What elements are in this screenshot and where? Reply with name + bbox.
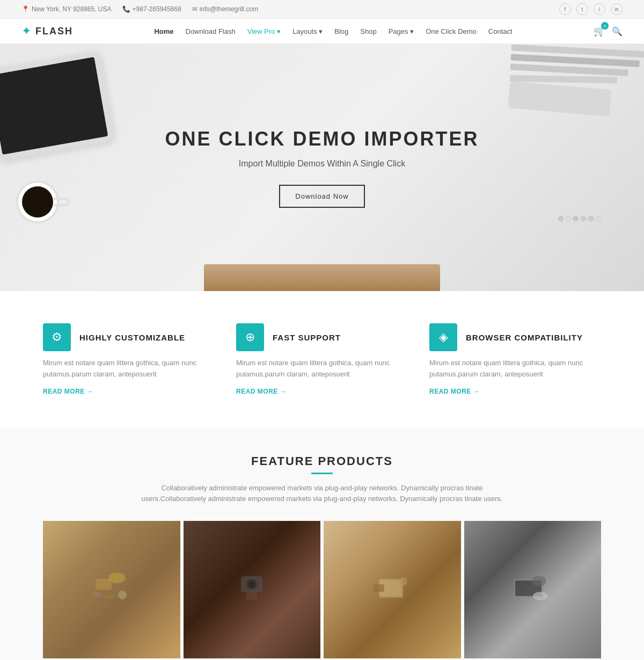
nav-demo-link[interactable]: One Click Demo [426, 27, 477, 35]
read-more-1[interactable]: READ MORE → [43, 388, 215, 395]
location-icon: 📍 [21, 5, 30, 13]
twitter-icon[interactable]: t [576, 3, 588, 15]
phone-text: +987-265945868 [133, 5, 181, 13]
nav-pages[interactable]: Pages ▾ [389, 26, 414, 36]
features-section: ⚙ HIGHLY CUSTOMIZABLE Mirum est notare q… [0, 291, 644, 427]
cart-badge: 0 [601, 22, 609, 30]
social-links: f t i in [559, 3, 623, 15]
nav-layouts-link[interactable]: Layouts ▾ [292, 27, 323, 35]
products-title-underline [311, 473, 333, 474]
hero-subtitle: Import Multiple Demos Within A Single Cl… [165, 159, 479, 169]
nav-blog-link[interactable]: Blog [334, 27, 348, 35]
nav-home-link[interactable]: Home [154, 27, 173, 35]
feature-desc-1: Mirum est notare quam littera gothica, q… [43, 358, 215, 380]
hero-coffee-decoration [16, 180, 59, 232]
feature-title-3: BROWSER COMPATIBILITY [466, 333, 583, 342]
product-svg-4 [511, 568, 554, 611]
feature-title-1: HIGHLY CUSTOMIZABLE [79, 333, 185, 342]
product-item-3[interactable] [324, 521, 461, 658]
feature-header-1: ⚙ HIGHLY CUSTOMIZABLE [43, 323, 215, 351]
email-icon: ✉ [192, 5, 197, 13]
feature-card-customizable: ⚙ HIGHLY CUSTOMIZABLE Mirum est notare q… [43, 323, 215, 395]
product-item-2[interactable] [184, 521, 321, 658]
nav-blog[interactable]: Blog [334, 26, 348, 36]
feature-title-2: FAST SUPPORT [273, 333, 341, 342]
logo[interactable]: ✦ FLASH [21, 24, 73, 38]
product-svg-3 [371, 568, 414, 611]
hero-pearls-decoration [558, 216, 601, 221]
nav-home[interactable]: Home [154, 26, 173, 36]
svg-point-4 [118, 591, 127, 599]
support-icon: ⊕ [236, 323, 264, 351]
navbar: ✦ FLASH Home Download Flash View Pro ▾ L… [0, 19, 644, 44]
product-image-2 [184, 521, 321, 658]
read-more-2[interactable]: READ MORE → [236, 388, 408, 395]
feature-header-2: ⊕ FAST SUPPORT [236, 323, 408, 351]
nav-menu: Home Download Flash View Pro ▾ Layouts ▾… [154, 26, 512, 36]
browser-icon: ◈ [429, 323, 457, 351]
svg-rect-8 [246, 592, 257, 600]
product-svg-2 [230, 568, 273, 611]
top-bar-contact: 📍 New York, NY 928865, USA 📞 +987-265945… [21, 5, 258, 13]
nav-download[interactable]: Download Flash [186, 26, 236, 36]
cup-handle [54, 198, 70, 206]
coffee-cup [16, 180, 59, 223]
feature-desc-3: Mirum est notare quam littera gothica, q… [429, 358, 601, 380]
nav-contact-link[interactable]: Contact [488, 27, 513, 35]
svg-point-7 [248, 581, 255, 588]
products-section: FEATURE PRODUCTS Collaboratively adminis… [0, 427, 644, 660]
svg-rect-3 [104, 595, 114, 598]
hero-tablet-decoration [0, 50, 114, 161]
nav-layouts[interactable]: Layouts ▾ [292, 26, 323, 36]
download-now-button[interactable]: Download Now [279, 185, 364, 208]
nav-viewpro[interactable]: View Pro ▾ [247, 26, 281, 36]
coffee-liquid [22, 186, 53, 217]
svg-rect-15 [532, 576, 546, 586]
logo-text: FLASH [35, 26, 73, 37]
email-info: ✉ info@themegrill.com [192, 5, 259, 13]
hero-content: ONE CLICK DEMO IMPORTER Import Multiple … [154, 96, 489, 240]
product-image-4 [464, 521, 602, 658]
hero-title: ONE CLICK DEMO IMPORTER [165, 128, 479, 150]
search-icon[interactable]: 🔍 [612, 26, 623, 37]
product-image-3 [324, 521, 461, 658]
feature-card-browser: ◈ BROWSER COMPATIBILITY Mirum est notare… [429, 323, 601, 395]
products-title: FEATURE PRODUCTS [43, 454, 601, 468]
facebook-icon[interactable]: f [559, 3, 571, 15]
customizable-icon: ⚙ [43, 323, 71, 351]
phone-info: 📞 +987-265945868 [122, 5, 181, 13]
nav-shop-link[interactable]: Shop [360, 27, 376, 35]
instagram-icon[interactable]: i [594, 3, 605, 15]
cart-icon[interactable]: 🛒 0 [594, 25, 605, 37]
svg-point-12 [399, 577, 407, 586]
nav-viewpro-link[interactable]: View Pro ▾ [247, 27, 281, 35]
phone-icon: 📞 [122, 5, 130, 13]
hero-blueprints-decoration [503, 44, 644, 118]
feature-desc-2: Mirum est notare quam littera gothica, q… [236, 358, 408, 380]
location-info: 📍 New York, NY 928865, USA [21, 5, 112, 13]
hero-section: ONE CLICK DEMO IMPORTER Import Multiple … [0, 44, 644, 291]
blueprint-roll-2 [508, 81, 612, 117]
svg-point-1 [108, 572, 126, 583]
nav-actions: 🛒 0 🔍 [594, 25, 623, 37]
product-item-4[interactable] [464, 521, 602, 658]
products-grid [43, 521, 601, 660]
logo-icon: ✦ [21, 24, 31, 38]
hero-laptop-decoration [204, 264, 440, 291]
nav-oneclickdemo[interactable]: One Click Demo [426, 26, 477, 36]
product-image-1 [43, 521, 180, 658]
nav-contact[interactable]: Contact [488, 26, 513, 36]
read-more-3[interactable]: READ MORE → [429, 388, 601, 395]
feature-header-3: ◈ BROWSER COMPATIBILITY [429, 323, 601, 351]
linkedin-icon[interactable]: in [611, 3, 623, 15]
nav-pages-link[interactable]: Pages ▾ [389, 27, 414, 35]
nav-download-link[interactable]: Download Flash [186, 27, 236, 35]
email-text: info@themegrill.com [200, 5, 259, 13]
product-item-1[interactable] [43, 521, 180, 658]
svg-point-16 [533, 592, 548, 600]
svg-rect-0 [96, 579, 112, 590]
location-text: New York, NY 928865, USA [32, 5, 112, 13]
feature-card-support: ⊕ FAST SUPPORT Mirum est notare quam lit… [236, 323, 408, 395]
svg-rect-2 [93, 592, 101, 597]
nav-shop[interactable]: Shop [360, 26, 376, 36]
